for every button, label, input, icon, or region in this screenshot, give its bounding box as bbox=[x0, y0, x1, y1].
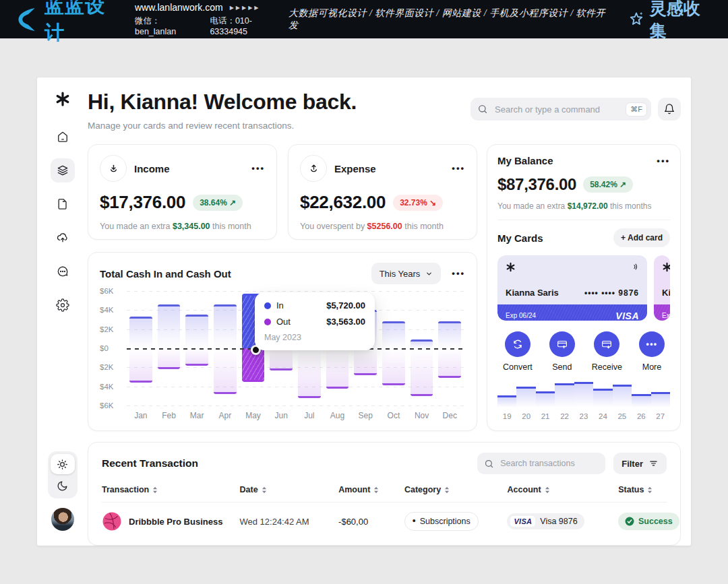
chart-menu-icon[interactable]: ••• bbox=[452, 270, 465, 277]
income-value: $17,376.00 bbox=[100, 192, 185, 213]
chat-icon bbox=[56, 265, 69, 278]
income-menu-icon[interactable]: ••• bbox=[251, 165, 265, 172]
check-circle-icon bbox=[625, 517, 634, 526]
column-category[interactable]: Category bbox=[404, 485, 508, 494]
bar-in-nov[interactable] bbox=[411, 339, 433, 348]
chart-tooltip: In$5,720.00 Out$3,563.00 May 2023 bbox=[255, 292, 375, 350]
column-date[interactable]: Date bbox=[240, 485, 339, 494]
bar-out-oct[interactable] bbox=[382, 348, 405, 385]
bar-out-mar[interactable] bbox=[185, 348, 208, 366]
filter-icon bbox=[648, 459, 659, 468]
column-status[interactable]: Status bbox=[618, 485, 667, 494]
bar-in-jan[interactable] bbox=[129, 317, 152, 348]
filter-button[interactable]: Filter bbox=[613, 453, 667, 474]
card-expiry: Exp 06/2 bbox=[662, 312, 670, 319]
inspiration-collect[interactable]: 灵感收集 bbox=[628, 0, 716, 42]
credit-card-secondary[interactable]: Kianna Exp 06/2 bbox=[654, 255, 670, 321]
page-title: Hi, Kianna! Welcome back. bbox=[88, 90, 357, 115]
mini-bar bbox=[632, 394, 650, 408]
bar-out-jun[interactable] bbox=[270, 348, 293, 370]
mini-bar-24 bbox=[593, 389, 612, 408]
income-badge: 38.64% ↗ bbox=[193, 195, 243, 211]
bar-out-jan[interactable] bbox=[129, 348, 152, 383]
expense-card: Expense ••• $22,632.00 32.73% ↘ You over… bbox=[288, 144, 477, 240]
column-transaction[interactable]: Transaction bbox=[102, 485, 240, 494]
credit-card-primary[interactable]: Kianna Saris •••• •••• 9876 Exp 06/24 VI… bbox=[497, 255, 647, 321]
receive-button[interactable]: Receive bbox=[592, 331, 622, 372]
bar-out-aug[interactable] bbox=[326, 348, 349, 389]
notifications-button[interactable] bbox=[658, 98, 681, 121]
bar-in-oct[interactable] bbox=[382, 321, 405, 348]
y-tick-label: $2K bbox=[100, 363, 113, 371]
bar-out-apr[interactable] bbox=[214, 348, 237, 394]
sidebar-item-messages[interactable] bbox=[51, 259, 75, 284]
column-account[interactable]: Account bbox=[508, 485, 619, 494]
sort-icon bbox=[444, 486, 450, 494]
shortcut-badge: ⌘F bbox=[626, 102, 647, 117]
expense-label: Expense bbox=[334, 163, 376, 174]
light-mode-button[interactable] bbox=[51, 454, 75, 474]
dark-mode-button[interactable] bbox=[51, 476, 75, 496]
expense-badge: 32.73% ↘ bbox=[393, 195, 443, 211]
mini-bar-label: 20 bbox=[516, 412, 535, 420]
bar-in-mar[interactable] bbox=[185, 315, 208, 348]
bar-in-dec[interactable] bbox=[438, 321, 461, 348]
mini-bar-26 bbox=[632, 394, 650, 408]
add-card-button[interactable]: + Add card bbox=[613, 228, 670, 247]
tooltip-out-value: $3,563.00 bbox=[326, 317, 365, 327]
bar-in-feb[interactable] bbox=[158, 304, 181, 348]
income-card: Income ••• $17,376.00 38.64% ↗ You made … bbox=[88, 144, 277, 240]
convert-icon bbox=[512, 338, 524, 350]
chart-range-select[interactable]: This Years bbox=[371, 263, 442, 284]
mini-bar-23 bbox=[574, 382, 593, 408]
sort-icon bbox=[647, 486, 653, 494]
mini-bar bbox=[555, 383, 574, 408]
bar-out-feb[interactable] bbox=[158, 348, 181, 369]
transactions-search[interactable] bbox=[477, 453, 605, 474]
sidebar-item-cloud[interactable] bbox=[51, 226, 75, 250]
column-amount[interactable]: Amount bbox=[338, 485, 404, 494]
bar-out-jul[interactable] bbox=[298, 348, 321, 398]
mini-bar-label: 19 bbox=[497, 412, 516, 420]
command-search[interactable]: ⌘F bbox=[471, 98, 651, 121]
mini-bar-label: 22 bbox=[555, 412, 574, 420]
sidebar-item-dashboard[interactable] bbox=[51, 158, 75, 183]
sidebar-item-home[interactable] bbox=[51, 125, 75, 149]
bar-out-sep[interactable] bbox=[354, 348, 377, 375]
app-logo-icon[interactable] bbox=[55, 91, 71, 107]
send-button[interactable]: Send bbox=[549, 331, 575, 372]
transactions-search-input[interactable] bbox=[499, 458, 599, 469]
tooltip-in-label: In bbox=[276, 300, 284, 311]
table-row[interactable]: Dribbble Pro Business Wed 12:24:42 AM -$… bbox=[102, 502, 667, 541]
month-label: May bbox=[239, 411, 268, 420]
sidebar-item-documents[interactable] bbox=[51, 192, 75, 216]
month-label: Sep bbox=[351, 411, 380, 420]
expense-note: You overspent by $5256.00 this month bbox=[300, 222, 465, 231]
mini-bar-label: 24 bbox=[593, 412, 612, 420]
sidebar-item-settings[interactable] bbox=[51, 293, 75, 317]
expense-menu-icon[interactable]: ••• bbox=[452, 165, 465, 172]
search-input[interactable] bbox=[493, 104, 620, 115]
page-subtitle: Manage your cards and review recent tran… bbox=[88, 121, 357, 131]
banner-url[interactable]: www.lanlanwork.com bbox=[135, 2, 223, 13]
balance-menu-icon[interactable]: ••• bbox=[657, 158, 670, 164]
more-button[interactable]: ••• More bbox=[639, 331, 665, 372]
theme-toggle bbox=[48, 451, 78, 498]
convert-button[interactable]: Convert bbox=[503, 331, 533, 372]
income-icon bbox=[100, 155, 127, 182]
y-tick-label: $4K bbox=[100, 306, 113, 314]
month-label: Oct bbox=[380, 411, 408, 420]
lanlan-brand[interactable]: 蓝蓝设计 bbox=[15, 0, 124, 46]
mini-bar bbox=[516, 387, 535, 408]
expense-icon bbox=[300, 155, 327, 182]
user-avatar[interactable] bbox=[51, 508, 74, 531]
table-header: Transaction Date Amount Category Account… bbox=[102, 485, 667, 502]
bar-out-nov[interactable] bbox=[411, 348, 433, 396]
month-label: Nov bbox=[408, 411, 436, 420]
chevron-down-icon bbox=[425, 270, 433, 278]
mini-bar-label: 23 bbox=[574, 412, 593, 420]
sort-icon bbox=[373, 486, 379, 494]
bar-in-apr[interactable] bbox=[214, 304, 237, 348]
bar-out-dec[interactable] bbox=[438, 348, 461, 378]
balance-value: $87,376.00 bbox=[497, 175, 576, 194]
